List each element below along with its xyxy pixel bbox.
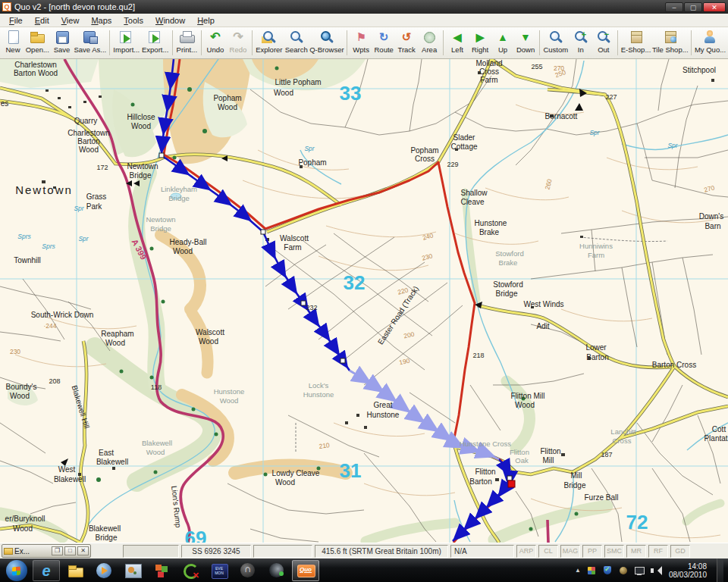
menu-edit[interactable]: Edit [29,15,55,26]
map-label: Charlestown [67,129,110,137]
search-button[interactable]: Search [284,28,309,58]
import-button[interactable]: Import... [112,28,141,58]
area-label: Area [422,45,437,54]
tray-icon-sec[interactable] [602,565,613,576]
route-button[interactable]: ↻Route [372,28,395,58]
toolbar: NewOpen...SaveSave As...Import...Export.… [0,27,728,59]
save-button[interactable]: Save [51,28,74,58]
left-button[interactable]: ◀Left [446,28,469,58]
taskbar-app-quo[interactable] [292,560,319,581]
status-progress-panel [123,545,179,558]
up-button[interactable]: ▲Up [491,28,514,58]
map-label: Wood [146,448,165,456]
status-toggle-rf[interactable]: RF [648,545,668,558]
new-button[interactable]: New [2,28,24,58]
map-viewport[interactable]: CharlestownBarton WoodesQuarryCharlestow… [0,59,728,543]
show-desktop-button[interactable] [717,559,723,582]
map-label: Lanchitt [610,427,636,436]
search-label: Search [285,45,308,54]
map-label: Popham [213,94,241,102]
search-icon [288,30,305,45]
e-shop-button[interactable]: E-Shop... [620,28,652,58]
menu-window[interactable]: Window [149,15,191,26]
map-label: Bridge [150,224,171,233]
taskbar-clock[interactable]: 14:08 08/03/2010 [669,562,707,579]
menu-tools[interactable]: Tools [118,15,149,26]
route-icon: ↻ [375,30,392,45]
taskbar-app-photo-app[interactable] [119,560,146,581]
tray-icon-vol[interactable] [650,565,661,576]
taskbar-app-swirl-app[interactable] [263,560,290,581]
status-toggle-arp[interactable]: ARP [516,545,536,558]
open-button[interactable]: Open... [24,28,51,58]
map-label: Wood [13,524,33,533]
map-label: Blakewell Hill [70,384,91,430]
save-as-button[interactable]: Save As... [74,28,107,58]
explorer-button[interactable]: Explorer [255,28,284,58]
taskbar-app-voice-chat[interactable] [234,560,262,581]
os-map[interactable]: CharlestownBarton WoodesQuarryCharlestow… [0,59,728,543]
redo-button[interactable]: ↷Redo [227,28,249,58]
tray-icon-grid[interactable] [586,565,597,576]
map-label: Popham [410,146,438,155]
export-button[interactable]: Export... [141,28,170,58]
map-label: Stowford [493,280,522,289]
custom-button[interactable]: Custom [542,28,570,58]
start-button[interactable] [6,560,27,581]
tray-icon-circ[interactable] [618,565,629,576]
flitton-barton-marker[interactable] [508,480,515,487]
area-button[interactable]: Area [418,28,441,58]
toolbar-separator [109,30,110,55]
map-label: Blakewell [54,475,86,483]
q-browser-button[interactable]: Q-Browser [309,28,345,58]
child-close-button[interactable]: ✕ [77,546,89,555]
status-toggle-mag[interactable]: MAG [560,545,580,558]
status-toggle-mr[interactable]: MR [626,545,646,558]
right-button[interactable]: ▶Right [469,28,491,58]
status-toggle-pp[interactable]: PP [582,545,602,558]
tray-icon-net[interactable] [634,565,645,576]
zoom-in-button[interactable]: +In [570,28,592,58]
status-toggle-smc[interactable]: SMC [604,545,624,558]
map-label: 227 [605,93,617,101]
taskbar-app-messenger[interactable] [177,560,204,581]
save-as-label: Save As... [74,45,106,54]
menu-file[interactable]: File [3,15,29,26]
q-browser-icon [318,30,335,45]
maximize-button[interactable]: ▢ [684,2,702,12]
map-label: Barn [704,222,720,230]
toolbar-separator [443,30,444,55]
redo-icon: ↷ [230,30,246,45]
track-label: Track [397,45,415,54]
child-restore-button[interactable]: ❐ [52,546,63,555]
menu-view[interactable]: View [55,15,86,26]
taskbar-app-cubes-app[interactable] [148,560,175,581]
down-button[interactable]: ▼Down [514,28,537,58]
status-toggle-gd[interactable]: GD [670,545,690,558]
map-label: Bridge [96,534,118,542]
tray-expand-icon[interactable]: ▲ [575,567,581,574]
taskbar-app-media-player[interactable] [90,560,118,581]
status-toggle-cl[interactable]: CL [538,545,558,558]
my-quo-button[interactable]: My Quo... [694,28,726,58]
wpts-button[interactable]: ⚑Wpts [350,28,372,58]
map-label: Hunstone Cross [460,440,511,448]
taskbar-app-evemon[interactable] [206,560,233,581]
close-button[interactable]: ✕ [703,2,726,12]
menu-maps[interactable]: Maps [85,15,118,26]
taskbar-app-windows-explorer[interactable] [61,560,89,581]
menu-help[interactable]: Help [191,15,221,26]
taskbar-app-internet-explorer[interactable]: e [33,560,60,581]
print-button[interactable]: Print... [175,28,199,58]
minimize-button[interactable]: – [665,2,683,12]
child-maximize-button[interactable]: □ [64,546,76,555]
minimized-child-window[interactable]: Ex... ❐ □ ✕ [2,544,91,558]
undo-button[interactable]: ↶Undo [204,28,227,58]
map-label: West [58,465,76,474]
zoom-out-button[interactable]: −Out [592,28,615,58]
tile-shop-button[interactable]: Tile Shop... [651,28,689,58]
map-label: Stitchpool [682,66,716,74]
track-button[interactable]: ↺Track [395,28,418,58]
map-label: Cross [613,436,632,445]
zoom-in-icon: + [573,30,589,45]
